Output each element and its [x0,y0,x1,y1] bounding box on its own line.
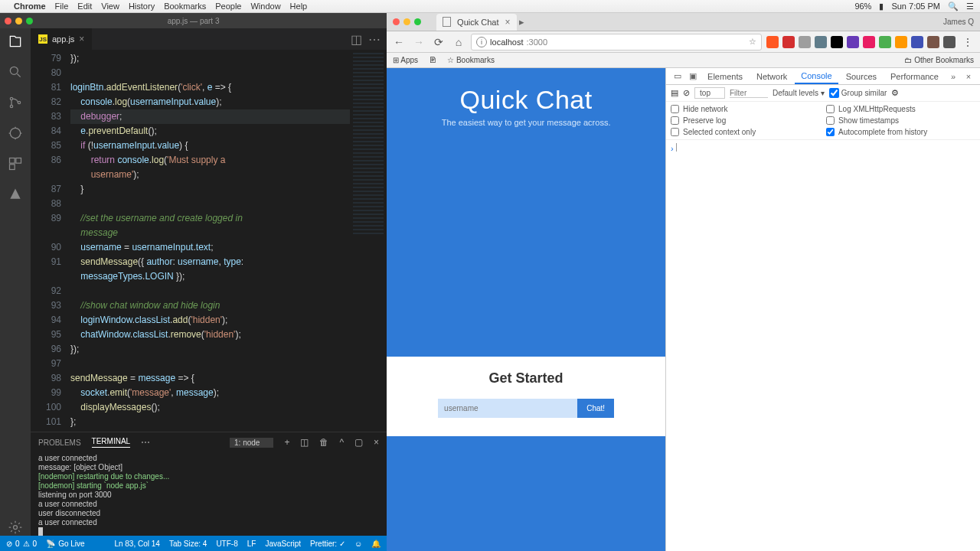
hide-network-check[interactable] [671,105,679,113]
extension-icon[interactable] [847,36,859,48]
menu-icon[interactable]: ☰ [966,2,974,11]
menu-view[interactable]: View [101,2,119,11]
timestamps-check[interactable] [826,116,835,125]
status-errors[interactable]: ⊘ 0 ⚠ 0 [6,540,37,548]
extension-icon[interactable] [831,36,843,48]
close-icon[interactable] [393,18,400,25]
forward-icon[interactable]: → [411,36,426,48]
close-tab-icon[interactable]: × [505,17,511,28]
scm-icon[interactable] [7,94,24,111]
split-editor-icon[interactable]: ◫ [351,32,362,47]
panel-more-icon[interactable]: ⋯ [141,437,150,448]
log-levels[interactable]: Default levels ▾ [773,89,825,97]
azure-icon[interactable] [7,186,24,203]
menu-window[interactable]: Window [250,2,280,11]
terminal-output[interactable]: a user connectedmessage: [object Object]… [31,452,387,536]
address-bar[interactable]: i localhost:3000 ☆ [471,34,762,51]
console-filter[interactable] [730,89,768,98]
menu-help[interactable]: Help [290,2,308,11]
extension-icon[interactable] [782,36,795,48]
close-icon[interactable] [5,18,11,24]
split-terminal-icon[interactable]: ◫ [300,437,309,448]
status-language[interactable]: JavaScript [265,540,301,548]
code-editor[interactable]: 7980818283848586878889909192939495969798… [31,50,350,432]
go-live-button[interactable]: 📡 Go Live [46,540,84,548]
bookmark-item[interactable]: ☆ Bookmarks [447,56,495,64]
username-input[interactable] [438,399,577,418]
extension-icon[interactable] [895,36,907,48]
console-settings-icon[interactable]: ⚙ [891,88,899,98]
menu-edit[interactable]: Edit [77,2,92,11]
extension-icon[interactable] [911,36,923,48]
console-sidebar-icon[interactable]: ▤ [671,88,678,98]
dt-tab-performance[interactable]: Performance [884,70,945,83]
status-cursor[interactable]: Ln 83, Col 14 [114,540,160,548]
minimize-icon[interactable] [403,18,410,25]
new-tab-icon[interactable]: ▸ [519,16,524,28]
menu-history[interactable]: History [129,2,155,11]
preserve-log-check[interactable] [671,116,679,125]
status-encoding[interactable]: UTF-8 [216,540,237,548]
maximize-icon[interactable] [26,18,33,24]
search-icon[interactable]: 🔍 [948,2,959,11]
extension-icon[interactable] [766,36,779,48]
panel-tab-problems[interactable]: PROBLEMS [38,439,81,447]
bookmark-star-icon[interactable]: ☆ [749,37,756,47]
settings-icon[interactable] [7,519,24,536]
close-devtools-icon[interactable]: × [962,72,975,81]
bookmark-item[interactable]: 🖹 [429,56,436,64]
minimap[interactable] [350,50,387,432]
menu-people[interactable]: People [215,2,241,11]
context-selector[interactable]: top [694,87,725,99]
close-panel-icon[interactable]: × [374,437,379,448]
dt-tab-console[interactable]: Console [795,69,838,84]
apps-shortcut[interactable]: ⊞ Apps [393,56,418,64]
browser-tab[interactable]: Quick Chat × [436,14,516,31]
maximize-panel-icon[interactable]: ▢ [354,437,363,448]
console-body[interactable]: › [666,140,980,551]
log-xhr-check[interactable] [826,105,835,113]
extension-icon[interactable] [879,36,891,48]
chrome-profile[interactable]: James Q [943,18,974,26]
debug-icon[interactable] [7,125,24,142]
dt-tab-elements[interactable]: Elements [701,70,749,83]
device-toggle-icon[interactable]: ▣ [686,71,700,81]
status-prettier[interactable]: Prettier: ✓ [310,540,345,548]
app-menu-name[interactable]: Chrome [14,2,46,11]
chrome-menu-icon[interactable]: ⋮ [960,36,975,48]
status-eol[interactable]: LF [247,540,256,548]
extension-icon[interactable] [799,36,811,48]
search-icon[interactable] [7,64,24,80]
chevron-up-icon[interactable]: ^ [339,437,344,448]
dt-tab-network[interactable]: Network [750,70,793,83]
tab-app-js[interactable]: JS app.js × [31,28,93,50]
reload-icon[interactable]: ⟳ [431,36,446,48]
extension-icon[interactable] [927,36,939,48]
dt-tab-sources[interactable]: Sources [840,70,883,83]
panel-tab-terminal[interactable]: TERMINAL [92,437,131,448]
menu-bookmarks[interactable]: Bookmarks [164,2,206,11]
site-info-icon[interactable]: i [476,37,487,47]
terminal-selector[interactable]: 1: node [230,438,273,448]
autocomplete-check[interactable] [826,128,835,136]
selected-context-check[interactable] [671,128,679,136]
close-tab-icon[interactable]: × [79,34,84,44]
extension-icon[interactable] [815,36,827,48]
kill-terminal-icon[interactable]: 🗑 [319,437,328,448]
extension-icon[interactable] [943,36,956,48]
inspect-icon[interactable]: ▭ [671,71,684,81]
home-icon[interactable]: ⌂ [451,36,466,48]
group-similar-check[interactable] [829,88,839,98]
menu-file[interactable]: File [55,2,69,11]
chat-button[interactable]: Chat! [577,399,614,418]
explorer-icon[interactable] [7,33,24,50]
more-tabs-icon[interactable]: » [946,72,960,81]
maximize-icon[interactable] [414,18,421,25]
status-tabsize[interactable]: Tab Size: 4 [169,540,207,548]
clear-console-icon[interactable]: ⊘ [683,88,690,98]
status-feedback-icon[interactable]: ☺ [354,540,362,548]
minimize-icon[interactable] [15,18,22,24]
extension-icon[interactable] [863,36,875,48]
status-bell-icon[interactable]: 🔔 [371,540,381,548]
other-bookmarks[interactable]: 🗀 Other Bookmarks [904,56,974,64]
